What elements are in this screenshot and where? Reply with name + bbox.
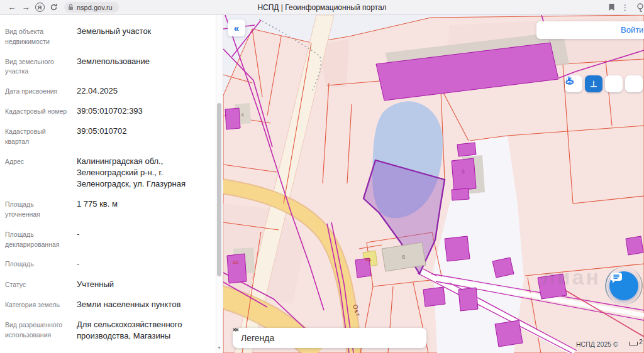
forward-button[interactable]: → [19, 2, 33, 13]
label-building-6: 6 [402, 253, 405, 260]
field-value: 39:05:010702:393 [77, 106, 143, 117]
login-button[interactable]: Войти [621, 25, 643, 35]
field-label: Форма собственности [5, 350, 69, 353]
reload-icon [50, 3, 58, 11]
building-5 [452, 158, 476, 191]
field-row: Форма собственности Частная [0, 346, 214, 353]
back-button[interactable]: ← [5, 2, 19, 13]
sidebar-scrollbar-track[interactable]: ▾ [216, 15, 223, 353]
object-fields: Вид объекта недвижимости Земельный участ… [0, 19, 214, 353]
address-bar[interactable]: nspd.gov.ru [64, 2, 119, 13]
field-value: 1 775 кв. м [77, 198, 118, 220]
object-info-panel: Вид объекта недвижимости Земельный участ… [0, 15, 223, 353]
field-label: Категория земель [5, 299, 69, 310]
field-value: - [77, 258, 79, 269]
field-row: Статус Учтенный [0, 274, 214, 295]
lock-icon [68, 4, 74, 11]
ya-letter: Я [35, 3, 45, 12]
scale-bar: 2 [629, 338, 643, 345]
field-label: Адрес [5, 156, 69, 190]
field-value: Земельный участок [77, 26, 151, 47]
field-value: 39:05:010702 [77, 126, 127, 147]
legend-dropdown[interactable]: Легенда [233, 328, 426, 348]
perpendicular-icon: ⊥ [590, 80, 597, 88]
browser-window: ← → Я nspd.gov.ru НСПД | Геоинформационн… [0, 0, 644, 353]
field-row: Кадастровый номер 39:05:010702:393 [0, 101, 214, 121]
field-label: Вид разрешенного использования [5, 319, 69, 342]
chat-support-button[interactable] [609, 271, 638, 300]
cadastral-map[interactable]: 4 5 6 6А 10 Окт [223, 15, 644, 353]
field-value: Частная [77, 350, 108, 353]
field-row: Дата присвоения 22.04.2025 [0, 81, 214, 101]
map-attribution: НСПД 2025 © [576, 340, 618, 348]
label-plot-6a: 6А [365, 257, 371, 263]
field-row: Вид объекта недвижимости Земельный участ… [0, 21, 214, 52]
field-row: Площадь декларированная - [0, 224, 214, 254]
page-content: Вид объекта недвижимости Земельный участ… [0, 15, 644, 353]
field-row: Кадастровый квартал 39:05:010702 [0, 121, 214, 151]
field-value: 22.04.2025 [77, 85, 118, 97]
field-row: Площадь - [0, 254, 214, 274]
field-value: Учтенный [77, 279, 114, 290]
yandex-browser-icon[interactable]: Я [33, 2, 47, 13]
field-label: Дата присвоения [5, 85, 69, 97]
label-building-5: 5 [462, 168, 465, 175]
field-row: Вид земельного участка Землепользование [0, 52, 214, 82]
coordinate-tool-button[interactable]: ⊥ [585, 75, 602, 92]
area-ellipse-icon: S [565, 75, 575, 85]
url-text: nspd.gov.ru [77, 4, 113, 11]
field-value: - [77, 229, 79, 250]
svg-text:S: S [568, 76, 571, 80]
chat-bubble-icon [609, 271, 623, 284]
field-row: Адрес Калининградская обл., Зеленоградск… [0, 151, 214, 195]
field-label: Площадь декларированная [5, 229, 69, 250]
field-row: Площадь уточненная 1 775 кв. м [0, 194, 214, 224]
field-label: Вид объекта недвижимости [5, 26, 69, 47]
scrollbar-down-arrow-icon[interactable]: ▾ [216, 345, 222, 350]
reload-button[interactable] [47, 2, 60, 13]
field-label: Площадь уточненная [5, 198, 69, 220]
bookmark-icon[interactable] [608, 3, 615, 11]
building-10 [227, 254, 247, 283]
label-building-4: 4 [241, 112, 244, 118]
field-label: Кадастровый квартал [5, 126, 69, 147]
field-label: Вид земельного участка [5, 56, 69, 77]
building-4 [225, 108, 240, 129]
field-value: Для сельскохозяйственного производства, … [77, 319, 206, 342]
scale-tick [629, 342, 638, 345]
field-label: Площадь [5, 258, 69, 269]
field-value: Земли населенных пунктов [77, 299, 180, 310]
map-toolbar: ⊥ S S [565, 75, 643, 92]
scale-value: 2 [639, 338, 643, 345]
field-row: Категория земель Земли населенных пункто… [0, 295, 214, 315]
sidebar-scrollbar-thumb[interactable] [217, 103, 221, 276]
field-label: Кадастровый номер [5, 106, 69, 117]
field-label: Статус [5, 279, 69, 290]
extension-icon[interactable] [635, 3, 644, 13]
field-row: Вид разрешенного использования Для сельс… [0, 315, 214, 346]
legend-label: Легенда [241, 333, 274, 343]
field-value: Землепользование [77, 56, 150, 77]
toolbar-right: ⋮ [608, 2, 639, 13]
map-container: 4 5 6 6А 10 Окт лиан « Войти [223, 15, 644, 353]
field-value: Калининградская обл., Зеленоградский р-н… [77, 156, 206, 190]
login-panel: Войти [536, 21, 644, 39]
area-measure-tool-button[interactable]: S [605, 75, 623, 92]
area-ellipse-tool-button[interactable]: S [625, 75, 643, 92]
chevron-double-left-icon: « [234, 23, 239, 33]
label-building-10: 10 [233, 259, 238, 265]
collapse-panel-button[interactable]: « [228, 19, 245, 36]
browser-toolbar: ← → Я nspd.gov.ru НСПД | Геоинформационн… [0, 0, 644, 15]
menu-kebab-icon[interactable]: ⋮ [621, 2, 629, 13]
